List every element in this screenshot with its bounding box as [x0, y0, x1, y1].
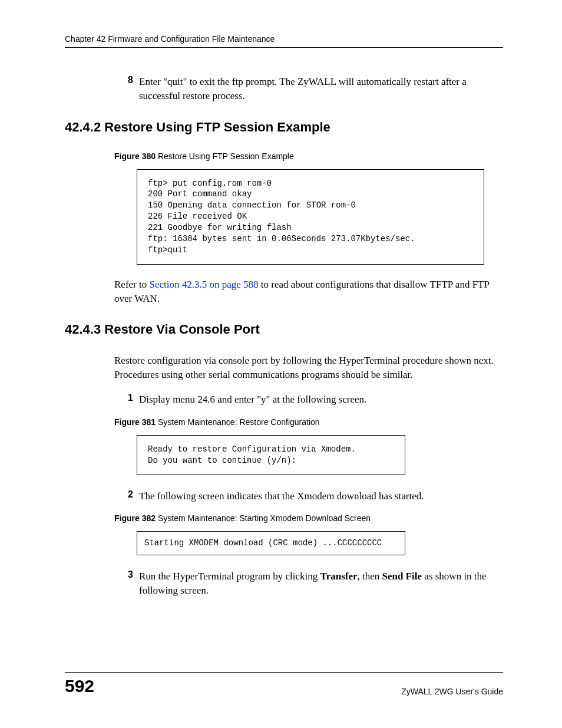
section-heading-4242: 42.4.2 Restore Using FTP Session Example	[65, 120, 503, 135]
figure-number: Figure 382	[114, 513, 156, 523]
step-3: 3 Run the HyperTerminal program by click…	[118, 569, 503, 598]
main-content: 8 Enter "quit" to exit the ftp prompt. T…	[65, 48, 503, 598]
figure-382-label: Figure 382 System Maintenance: Starting …	[114, 513, 503, 523]
refer-prefix: Refer to	[114, 279, 149, 290]
chapter-header: Chapter 42 Firmware and Configuration Fi…	[65, 34, 503, 48]
guide-title: ZyWALL 2WG User's Guide	[401, 687, 503, 696]
step-number: 2	[118, 489, 133, 500]
step3-bold1: Transfer	[320, 571, 358, 582]
figure-number: Figure 380	[114, 151, 156, 161]
figure-381-code: Ready to restore Configuration via Xmode…	[137, 435, 405, 475]
figure-caption: Restore Using FTP Session Example	[156, 151, 294, 161]
step-text: Display menu 24.6 and enter "y" at the f…	[139, 393, 366, 407]
refer-paragraph: Refer to Section 42.3.5 on page 588 to r…	[114, 278, 503, 306]
step-number: 3	[118, 569, 133, 580]
figure-caption: System Maintenance: Restore Configuratio…	[156, 417, 320, 427]
step3-bold2: Send File	[382, 571, 422, 582]
section-intro: Restore configuration via console port b…	[114, 354, 503, 382]
page-number: 592	[65, 676, 94, 696]
figure-381-label: Figure 381 System Maintenance: Restore C…	[114, 417, 503, 427]
step-text: Run the HyperTerminal program by clickin…	[139, 569, 503, 598]
figure-caption: System Maintenance: Starting Xmodem Down…	[156, 513, 371, 523]
page-footer: 592 ZyWALL 2WG User's Guide	[65, 672, 503, 696]
figure-380-code: ftp> put config.rom rom-0 200 Port comma…	[137, 169, 484, 265]
step-text: Enter "quit" to exit the ftp prompt. The…	[139, 75, 503, 103]
step3-mid: , then	[358, 571, 382, 582]
step3-pre: Run the HyperTerminal program by clickin…	[139, 571, 320, 582]
figure-382-code: Starting XMODEM download (CRC mode) ...C…	[137, 531, 405, 555]
step-number: 1	[118, 393, 133, 403]
step-2: 2 The following screen indicates that th…	[118, 489, 503, 503]
figure-380-label: Figure 380 Restore Using FTP Session Exa…	[114, 151, 503, 161]
step-text: The following screen indicates that the …	[139, 489, 424, 503]
step-1: 1 Display menu 24.6 and enter "y" at the…	[118, 393, 503, 407]
figure-number: Figure 381	[114, 417, 156, 427]
step-number: 8	[118, 75, 133, 85]
section-heading-4243: 42.4.3 Restore Via Console Port	[65, 322, 503, 337]
section-link[interactable]: Section 42.3.5 on page 588	[149, 279, 258, 290]
step-8: 8 Enter "quit" to exit the ftp prompt. T…	[118, 75, 503, 103]
